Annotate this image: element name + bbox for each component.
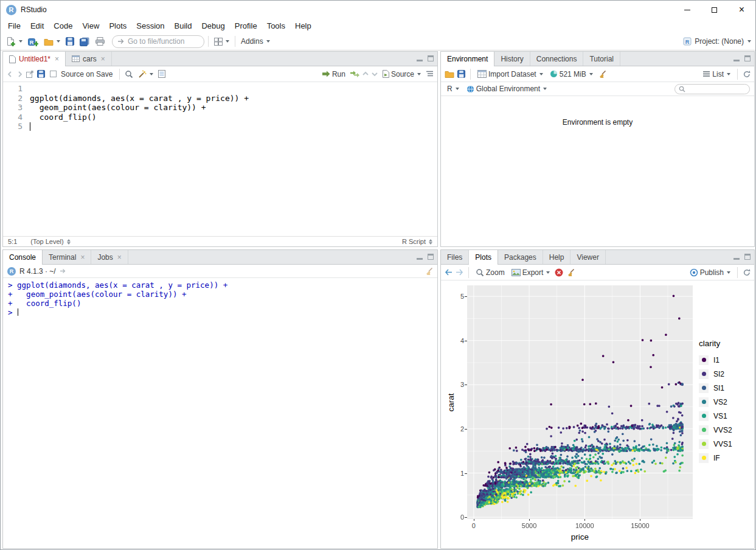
filetype-selector[interactable]: R Script xyxy=(402,238,432,245)
clear-console-icon[interactable] xyxy=(425,267,433,276)
y-tick-mark xyxy=(465,517,467,518)
x-tick-mark xyxy=(474,519,474,521)
maximize-pane-icon[interactable] xyxy=(428,254,434,260)
refresh-icon[interactable] xyxy=(743,70,751,78)
close-tab-icon[interactable]: × xyxy=(55,55,59,63)
previous-plot-icon[interactable] xyxy=(445,269,453,276)
export-image-icon xyxy=(512,269,521,276)
tab-untitled1[interactable]: Untitled1* × xyxy=(3,52,66,66)
compile-report-icon[interactable] xyxy=(158,70,165,78)
tab-history[interactable]: History xyxy=(494,52,530,66)
list-view-button[interactable]: List xyxy=(701,69,732,80)
save-all-button[interactable] xyxy=(78,36,92,47)
tab-packages[interactable]: Packages xyxy=(498,250,543,264)
minimize-pane-icon[interactable] xyxy=(733,258,740,260)
tab-terminal[interactable]: Terminal× xyxy=(43,250,91,264)
code-tools-button[interactable] xyxy=(136,69,155,80)
goto-file-search[interactable] xyxy=(112,35,204,48)
tab-tutorial[interactable]: Tutorial xyxy=(583,52,620,66)
clear-workspace-icon[interactable] xyxy=(598,70,606,78)
minimize-pane-icon[interactable] xyxy=(733,60,740,61)
save-button[interactable] xyxy=(64,36,76,47)
close-tab-icon[interactable]: × xyxy=(117,253,122,262)
addins-button[interactable]: Addins xyxy=(239,36,272,47)
menu-session[interactable]: Session xyxy=(131,20,169,32)
menu-tools[interactable]: Tools xyxy=(262,20,290,32)
tab-files[interactable]: Files xyxy=(441,250,469,264)
list-view-caret-icon xyxy=(727,73,730,75)
window-minimize-button[interactable] xyxy=(673,1,701,19)
publish-button[interactable]: Publish xyxy=(688,267,732,278)
menu-build[interactable]: Build xyxy=(170,20,197,32)
maximize-pane-icon[interactable] xyxy=(744,55,751,61)
environment-pane: Environment History Connections Tutorial… xyxy=(440,51,755,247)
source-button[interactable]: Source xyxy=(381,69,423,80)
tab-jobs[interactable]: Jobs× xyxy=(91,250,128,264)
load-workspace-icon[interactable] xyxy=(445,70,454,78)
r-language-selector[interactable]: R xyxy=(445,83,461,94)
new-project-button[interactable]: R xyxy=(26,36,40,47)
back-icon[interactable] xyxy=(7,71,13,77)
menu-debug[interactable]: Debug xyxy=(196,20,229,32)
forward-icon[interactable] xyxy=(16,71,23,77)
tab-console[interactable]: Console xyxy=(3,250,43,265)
scope-selector[interactable]: (Top Level) xyxy=(30,238,70,245)
tab-connections[interactable]: Connections xyxy=(530,52,584,66)
new-file-button[interactable] xyxy=(5,35,24,47)
environment-selector[interactable]: Global Environment xyxy=(465,83,549,94)
working-directory-arrow-icon[interactable] xyxy=(60,268,66,274)
source-on-save-checkbox[interactable]: Source on Save xyxy=(48,69,114,80)
menu-profile[interactable]: Profile xyxy=(230,20,262,32)
menu-file[interactable]: File xyxy=(3,20,26,32)
goto-file-input[interactable] xyxy=(128,37,199,46)
tab-help[interactable]: Help xyxy=(543,250,571,264)
run-button[interactable]: Run xyxy=(321,69,347,80)
memory-usage-button[interactable]: 521 MiB xyxy=(548,69,595,80)
rerun-icon[interactable] xyxy=(350,71,359,77)
close-tab-icon[interactable]: × xyxy=(101,55,105,63)
window-maximize-button[interactable] xyxy=(701,1,728,19)
import-dataset-button[interactable]: Import Dataset xyxy=(476,69,545,80)
open-in-new-window-icon[interactable] xyxy=(26,71,34,78)
tab-cars[interactable]: cars × xyxy=(66,52,112,66)
refresh-plot-icon[interactable] xyxy=(743,268,751,276)
pane-layout-button[interactable] xyxy=(212,37,231,47)
zoom-plot-button[interactable]: Zoom xyxy=(474,267,507,278)
next-plot-icon[interactable] xyxy=(456,269,463,276)
minimize-pane-icon[interactable] xyxy=(417,60,423,61)
legend-dot-icon xyxy=(702,456,706,460)
save-icon[interactable] xyxy=(37,70,45,78)
tab-plots[interactable]: Plots xyxy=(469,250,498,265)
maximize-pane-icon[interactable] xyxy=(428,55,434,61)
menu-edit[interactable]: Edit xyxy=(26,20,49,32)
save-workspace-icon[interactable] xyxy=(457,70,465,78)
editor-line: 3 geom_point(aes(colour = clarity)) + xyxy=(8,103,437,113)
tab-environment[interactable]: Environment xyxy=(441,52,494,66)
clear-all-plots-icon[interactable] xyxy=(566,268,575,277)
menu-plots[interactable]: Plots xyxy=(104,20,131,32)
minimize-pane-icon[interactable] xyxy=(417,258,423,260)
tab-label: Terminal xyxy=(49,253,76,262)
maximize-pane-icon[interactable] xyxy=(744,254,751,260)
code-editor[interactable]: 1 2ggplot(diamonds, aes(x = carat , y = … xyxy=(3,82,437,236)
go-next-section-icon[interactable] xyxy=(372,71,378,77)
export-plot-button[interactable]: Export xyxy=(510,267,552,278)
project-picker[interactable]: R Project: (None) xyxy=(683,37,751,46)
toolbar-separator xyxy=(737,267,738,278)
tab-viewer[interactable]: Viewer xyxy=(570,250,605,264)
remove-plot-icon[interactable] xyxy=(555,268,563,277)
document-outline-icon[interactable] xyxy=(426,71,434,77)
print-button[interactable] xyxy=(94,36,106,47)
find-replace-icon[interactable] xyxy=(125,70,133,78)
r-version-path[interactable]: R 4.1.3 · ~/ xyxy=(19,267,56,276)
console-output[interactable]: > ggplot(diamonds, aes(x = carat , y = p… xyxy=(3,278,437,548)
go-previous-section-icon[interactable] xyxy=(362,71,369,77)
window-close-button[interactable]: × xyxy=(728,1,755,19)
environment-search[interactable] xyxy=(675,84,750,94)
close-tab-icon[interactable]: × xyxy=(80,253,85,262)
menu-view[interactable]: View xyxy=(77,20,104,32)
menu-code[interactable]: Code xyxy=(49,20,77,32)
menu-help[interactable]: Help xyxy=(290,20,316,32)
open-file-button[interactable] xyxy=(42,37,62,47)
menubar: File Edit Code View Plots Session Build … xyxy=(1,19,755,33)
